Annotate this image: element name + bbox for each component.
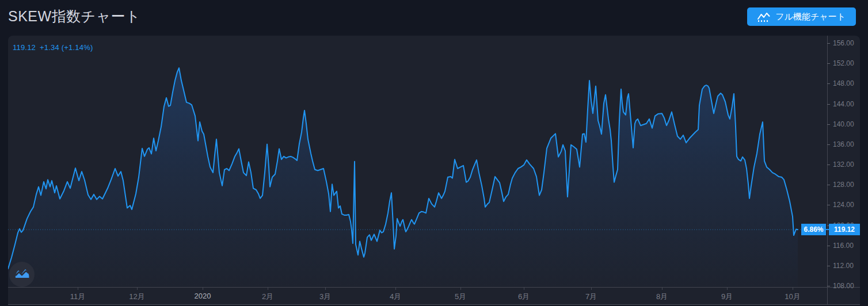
chart-line-icon xyxy=(757,12,770,22)
price-tick-mark xyxy=(827,205,830,205)
time-tick-label: 9月 xyxy=(721,292,733,302)
price-tick-mark xyxy=(827,104,830,105)
chart-canvas[interactable] xyxy=(8,36,827,287)
time-tick-label: 3月 xyxy=(319,292,331,302)
price-tick-mark xyxy=(827,144,830,145)
price-tick-label: 112.00 xyxy=(833,262,854,270)
price-tick-mark xyxy=(827,165,830,165)
price-scale[interactable]: 156.00152.00148.00144.00140.00136.00132.… xyxy=(827,36,860,287)
price-tick-label: 128.00 xyxy=(833,181,854,189)
time-tick-label: 2020 xyxy=(195,292,211,300)
header: SKEW指数チャート フル機能チャート xyxy=(0,0,868,36)
time-tick-mark xyxy=(591,287,592,290)
time-tick-mark xyxy=(268,287,268,290)
time-tick-mark xyxy=(325,287,326,290)
price-tick-mark xyxy=(827,286,830,286)
price-tick-label: 132.00 xyxy=(833,160,854,169)
time-tick-label: 2月 xyxy=(262,292,273,302)
time-tick-mark xyxy=(662,287,663,290)
price-tick-mark xyxy=(827,63,830,64)
time-tick-mark xyxy=(395,287,396,290)
page-title: SKEW指数チャート xyxy=(8,7,140,26)
chart-logo-icon xyxy=(14,268,30,281)
time-tick-label: 6月 xyxy=(518,292,530,302)
time-tick-mark xyxy=(793,287,793,290)
price-tick-mark xyxy=(827,43,830,44)
price-tick-mark xyxy=(827,185,830,185)
price-tick-label: 136.00 xyxy=(833,140,854,148)
logo-button[interactable] xyxy=(9,262,35,287)
time-tick-label: 8月 xyxy=(656,292,668,302)
price-tick-mark xyxy=(827,83,830,84)
time-tick-label: 4月 xyxy=(390,292,401,302)
time-tick-mark xyxy=(137,287,138,290)
last-price-label: 119.12 xyxy=(829,224,860,235)
time-tick-label: 7月 xyxy=(585,292,597,302)
price-tick-label: 116.00 xyxy=(833,242,854,250)
price-tick-label: 152.00 xyxy=(833,59,854,67)
time-scale[interactable]: 11月12月20202月3月4月5月6月7月8月9月10月 xyxy=(8,287,860,304)
price-tick-label: 144.00 xyxy=(833,100,854,108)
price-tick-label: 124.00 xyxy=(833,201,854,209)
time-tick-mark xyxy=(203,287,203,290)
time-tick-label: 11月 xyxy=(70,292,86,302)
time-tick-mark xyxy=(78,287,78,290)
price-tick-label: 148.00 xyxy=(833,79,854,87)
price-tick-label: 140.00 xyxy=(833,120,854,128)
legend-last-value: 119.12 xyxy=(13,43,36,52)
price-tick-mark xyxy=(827,124,830,125)
full-chart-button-label: フル機能チャート xyxy=(775,12,846,22)
time-tick-label: 12月 xyxy=(129,292,144,302)
chart-legend: 119.12+1.34 (+1.14%) xyxy=(13,43,93,52)
last-change-label: 6.86% xyxy=(801,224,826,235)
price-tick-label: 156.00 xyxy=(833,39,854,47)
full-chart-button[interactable]: フル機能チャート xyxy=(747,7,856,26)
time-tick-mark xyxy=(524,287,524,290)
time-tick-mark xyxy=(460,287,461,290)
chart-panel: 156.00152.00148.00144.00140.00136.00132.… xyxy=(8,36,860,305)
series-area xyxy=(8,68,798,287)
time-tick-label: 10月 xyxy=(785,292,800,302)
time-tick-label: 5月 xyxy=(455,292,466,302)
time-tick-mark xyxy=(727,287,728,290)
legend-change: +1.34 (+1.14%) xyxy=(40,43,93,52)
price-tick-mark xyxy=(827,266,830,266)
price-tick-mark xyxy=(827,246,830,246)
